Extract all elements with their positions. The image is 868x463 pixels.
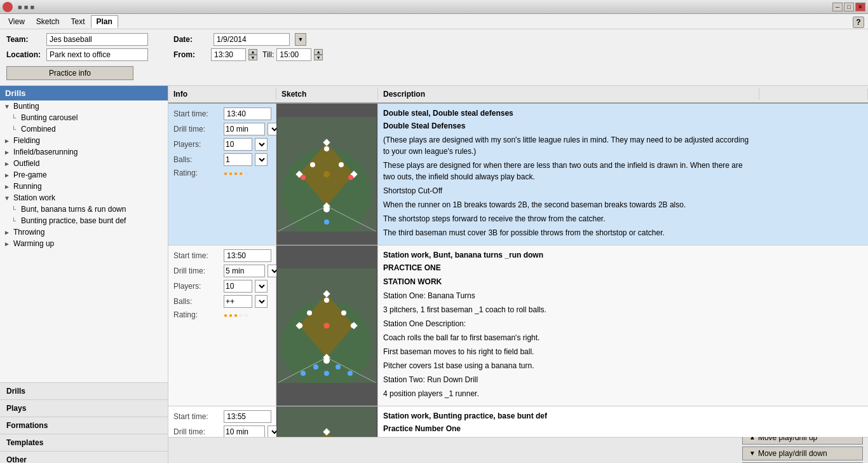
tree-item-station-work[interactable]: ▼Station work (0, 192, 168, 204)
team-input[interactable] (46, 33, 148, 46)
tree-item-fielding[interactable]: ►Fielding (0, 135, 168, 146)
menu-item-plan[interactable]: Plan (91, 15, 118, 28)
tree-item-outfield[interactable]: ►Outfield (0, 158, 168, 169)
drill-time-input-2[interactable] (224, 265, 265, 277)
tree-label-bunting-carousel: Bunting carousel (21, 113, 78, 122)
from-time-input[interactable] (211, 48, 246, 61)
balls-input-1[interactable] (224, 153, 252, 166)
drill-description-1: Double steal, Double steal defensesDoubl… (378, 104, 759, 245)
title-bar: ■ ■ ■ ─ □ ✕ (0, 0, 868, 14)
svg-point-9 (324, 146, 329, 151)
maximize-button[interactable]: □ (844, 3, 854, 11)
drill-title-1: Double steal, Double steal defenses (383, 107, 754, 119)
tree-expander-pre-game: ► (4, 172, 11, 179)
till-time-spinner[interactable]: ▲ ▼ (314, 49, 323, 60)
svg-point-54 (324, 429, 329, 434)
from-time-spinner[interactable]: ▲ ▼ (248, 49, 257, 60)
start-time-input-3[interactable] (224, 410, 271, 423)
minimize-button[interactable]: ─ (832, 3, 843, 11)
header-extra (759, 88, 868, 100)
menu-bar: ViewSketchTextPlan ? (0, 14, 868, 29)
players-select-1[interactable]: ▼ (255, 138, 268, 151)
location-input[interactable] (46, 48, 148, 61)
sidebar-section-drills[interactable]: Drills (0, 383, 168, 400)
team-label: Team: (6, 35, 41, 44)
tree-item-throwing[interactable]: ►Throwing (0, 226, 168, 238)
tree-label-warming-up: Warming up (13, 239, 54, 248)
main-layout: Drills ▼Bunting└Bunting carousel└Combine… (0, 86, 868, 463)
drill-time-label-2: Drill time: (173, 266, 221, 275)
tree-expander-combined: └ (11, 126, 19, 133)
till-time-input[interactable] (276, 48, 311, 61)
drill-desc-text-1: The third baseman must cover 3B for poss… (383, 227, 754, 238)
start-time-label-2: Start time: (173, 251, 221, 260)
move-down-icon: ▼ (749, 450, 756, 457)
drill-desc-text-1: When the runner on 1B breaks towards 2B,… (383, 199, 754, 211)
location-label: Location: (6, 50, 41, 59)
tree-item-bunting-carousel[interactable]: └Bunting carousel (0, 112, 168, 123)
tree-item-bunt--banana-turns---run-down[interactable]: └Bunt, banana turns & run down (0, 204, 168, 215)
start-time-input-1[interactable] (224, 107, 271, 120)
drill-row-1[interactable]: Start time: Drill time: ▼ Players: ▼ Bal… (168, 104, 868, 245)
drill-desc-text-1: These plays are designed for when there … (383, 160, 754, 183)
tree-item-bunting[interactable]: ▼Bunting (0, 100, 168, 112)
from-time-up[interactable]: ▲ (248, 49, 257, 55)
form-area: Team: Date: ▼ Location: From: ▲ ▼ Till: … (0, 29, 868, 86)
tree-item-combined[interactable]: └Combined (0, 123, 168, 135)
date-label: Date: (173, 35, 208, 44)
tree-item-bunting-practice--base-bunt-def[interactable]: └Bunting practice, base bunt def (0, 215, 168, 226)
till-time-down[interactable]: ▼ (314, 55, 323, 60)
move-down-button[interactable]: ▼ Move play/drill down (742, 446, 863, 460)
tree-item-running[interactable]: ►Running (0, 181, 168, 192)
tree-item-infield-baserunning[interactable]: ►Infield/baserunning (0, 146, 168, 158)
sidebar-section-plays[interactable]: Plays (0, 400, 168, 417)
drill-time-input-1[interactable] (224, 123, 265, 135)
from-time-down[interactable]: ▼ (248, 55, 257, 60)
till-label: Till: (262, 50, 274, 59)
drill-desc-text-2: Pitcher covers 1st base using a banana t… (383, 360, 754, 371)
bottom-buttons: ▲ Move play/drill up ▼ Move play/drill d… (168, 437, 868, 463)
drill-title-2: Station work, Bunt, banana turns _run do… (383, 249, 754, 261)
balls-select-1[interactable]: ▼ (255, 153, 268, 166)
drill-row-2[interactable]: Start time: Drill time: ▼ Players: ▼ Bal… (168, 245, 868, 406)
players-select-2[interactable]: ▼ (255, 280, 268, 293)
tree-item-warming-up[interactable]: ►Warming up (0, 238, 168, 249)
players-input-2[interactable] (224, 280, 252, 293)
tree-label-combined: Combined (21, 125, 56, 134)
drill-desc-text-2: First baseman moves to his right to fiel… (383, 346, 754, 357)
date-input[interactable] (214, 33, 290, 46)
drill-time-input-3[interactable] (224, 425, 265, 437)
svg-point-35 (324, 371, 329, 376)
players-input-1[interactable] (224, 138, 252, 151)
star-empty: ○ (239, 312, 243, 319)
sidebar-section-formations[interactable]: Formations (0, 417, 168, 434)
sidebar-section-other[interactable]: Other (0, 452, 168, 463)
star-filled: ● (234, 312, 238, 319)
balls-select-2[interactable]: ▼ (255, 295, 268, 308)
drills-scroll-area[interactable]: Start time: Drill time: ▼ Players: ▼ Bal… (168, 104, 868, 437)
sidebar-section-templates[interactable]: Templates (0, 434, 168, 452)
star-filled: ● (229, 170, 233, 177)
svg-point-13 (301, 175, 306, 180)
start-time-input-2[interactable] (224, 249, 271, 262)
close-button[interactable]: ✕ (855, 3, 865, 11)
tree-label-pre-game: Pre-game (13, 170, 47, 179)
drill-info-2: Start time: Drill time: ▼ Players: ▼ Bal… (168, 245, 276, 406)
header-info: Info (168, 88, 276, 100)
drill-desc-text-2: Station Two: Run Down Drill (383, 374, 754, 385)
star-filled: ● (234, 170, 238, 177)
start-time-label-3: Start time: (173, 412, 221, 421)
till-time-up[interactable]: ▲ (314, 49, 323, 55)
menu-item-view[interactable]: View (3, 15, 31, 28)
tree-item-pre-game[interactable]: ►Pre-game (0, 169, 168, 181)
balls-input-2[interactable] (224, 295, 252, 308)
help-button[interactable]: ? (853, 17, 864, 28)
menu-item-text[interactable]: Text (65, 15, 90, 28)
drill-sketch-3 (276, 406, 378, 437)
drill-row-3[interactable]: Start time: Drill time: ▼ Players: ▼ Bal… (168, 406, 868, 437)
practice-info-button[interactable]: Practice info (6, 66, 133, 80)
menu-item-sketch[interactable]: Sketch (31, 15, 65, 28)
date-dropdown-button[interactable]: ▼ (295, 33, 306, 46)
tree-expander-warming-up: ► (4, 240, 11, 247)
svg-point-6 (323, 171, 330, 177)
